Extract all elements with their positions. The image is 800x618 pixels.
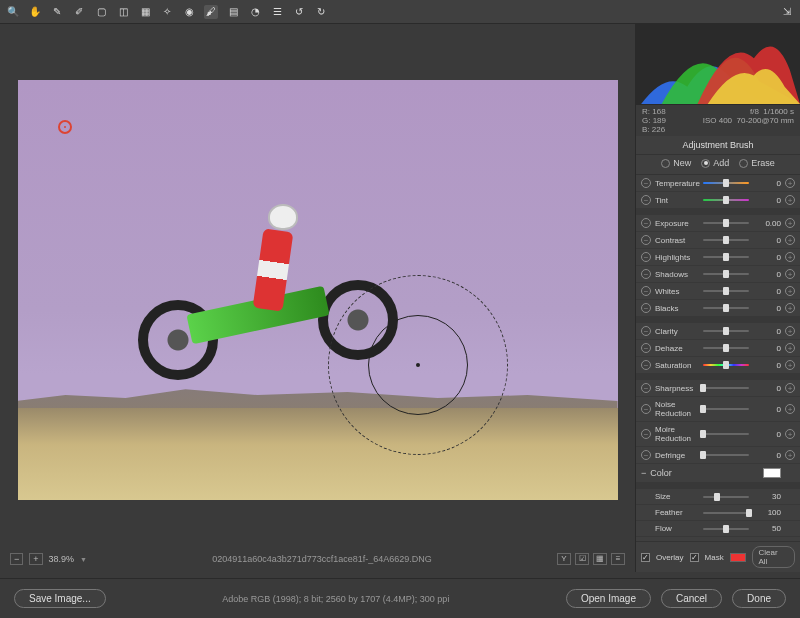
minus-icon[interactable]: − <box>641 360 651 370</box>
done-button[interactable]: Done <box>732 589 786 608</box>
menu-icon[interactable]: ≡ <box>611 553 625 565</box>
brush-icon[interactable]: 🖌 <box>204 5 218 19</box>
slider-track[interactable] <box>703 528 749 530</box>
list-icon[interactable]: ☰ <box>270 5 284 19</box>
slider-track[interactable] <box>703 496 749 498</box>
cancel-button[interactable]: Cancel <box>661 589 722 608</box>
save-image-button[interactable]: Save Image... <box>14 589 106 608</box>
plus-icon[interactable]: + <box>785 404 795 414</box>
gradient-icon[interactable]: ▤ <box>226 5 240 19</box>
slider-track[interactable] <box>703 512 749 514</box>
redeye-icon[interactable]: ◉ <box>182 5 196 19</box>
minus-icon[interactable]: − <box>641 450 651 460</box>
minus-icon[interactable]: − <box>641 404 651 414</box>
minus-icon[interactable]: − <box>641 326 651 336</box>
rotate-ccw-icon[interactable]: ↺ <box>292 5 306 19</box>
zoom-icon[interactable]: 🔍 <box>6 5 20 19</box>
slider-value[interactable]: 0 <box>753 327 781 336</box>
minus-icon[interactable]: − <box>641 178 651 188</box>
slider-value[interactable]: 0 <box>753 179 781 188</box>
photo-canvas[interactable] <box>18 80 618 500</box>
slider-value[interactable]: 0 <box>753 344 781 353</box>
minus-icon[interactable]: − <box>641 218 651 228</box>
slider-track[interactable] <box>703 273 749 275</box>
slider-knob[interactable] <box>700 405 706 413</box>
eyedropper-icon[interactable]: ✎ <box>50 5 64 19</box>
slider-value[interactable]: 0 <box>753 196 781 205</box>
slider-value[interactable]: 0 <box>753 304 781 313</box>
mask-checkbox[interactable] <box>690 553 699 562</box>
slider-value[interactable]: 0 <box>753 253 781 262</box>
slider-value[interactable]: 0 <box>753 384 781 393</box>
minus-icon[interactable]: − <box>641 195 651 205</box>
plus-icon[interactable]: + <box>785 429 795 439</box>
minus-icon[interactable]: − <box>641 286 651 296</box>
histogram[interactable] <box>636 24 800 104</box>
slider-knob[interactable] <box>700 430 706 438</box>
plus-icon[interactable]: + <box>785 343 795 353</box>
slider-track[interactable] <box>703 364 749 366</box>
slider-track[interactable] <box>703 454 749 456</box>
brush-pin[interactable] <box>58 120 72 134</box>
straighten-icon[interactable]: ◫ <box>116 5 130 19</box>
sampler-icon[interactable]: ✐ <box>72 5 86 19</box>
plus-icon[interactable]: + <box>785 326 795 336</box>
slider-value[interactable]: 0 <box>753 451 781 460</box>
slider-knob[interactable] <box>723 270 729 278</box>
overlay-checkbox[interactable] <box>641 553 650 562</box>
slider-knob[interactable] <box>723 179 729 187</box>
spot-heal-icon[interactable]: ✧ <box>160 5 174 19</box>
slider-value[interactable]: 0 <box>753 287 781 296</box>
slider-knob[interactable] <box>723 196 729 204</box>
slider-track[interactable] <box>703 387 749 389</box>
toggle-icon[interactable]: ☑ <box>575 553 589 565</box>
minus-icon[interactable]: − <box>641 468 646 478</box>
plus-icon[interactable]: + <box>785 450 795 460</box>
before-after-icon[interactable]: Y <box>557 553 571 565</box>
crop-icon[interactable]: ▢ <box>94 5 108 19</box>
slider-knob[interactable] <box>723 304 729 312</box>
plus-icon[interactable]: + <box>785 178 795 188</box>
minus-icon[interactable]: − <box>641 429 651 439</box>
slider-knob[interactable] <box>700 384 706 392</box>
clear-all-button[interactable]: Clear All <box>752 546 795 568</box>
slider-track[interactable] <box>703 222 749 224</box>
slider-knob[interactable] <box>700 451 706 459</box>
footer-meta[interactable]: Adobe RGB (1998); 8 bit; 2560 by 1707 (4… <box>116 594 556 604</box>
slider-track[interactable] <box>703 347 749 349</box>
slider-knob[interactable] <box>746 509 752 517</box>
mode-new[interactable]: New <box>661 158 691 168</box>
minus-icon[interactable]: − <box>641 303 651 313</box>
slider-knob[interactable] <box>723 361 729 369</box>
plus-icon[interactable]: + <box>785 218 795 228</box>
slider-track[interactable] <box>703 182 749 184</box>
slider-value[interactable]: 0 <box>753 361 781 370</box>
plus-icon[interactable]: + <box>785 195 795 205</box>
minus-icon[interactable]: − <box>641 252 651 262</box>
zoom-dropdown-icon[interactable]: ▼ <box>80 556 87 563</box>
minus-icon[interactable]: − <box>641 383 651 393</box>
mask-color-swatch[interactable] <box>730 553 746 562</box>
slider-track[interactable] <box>703 330 749 332</box>
slider-knob[interactable] <box>723 525 729 533</box>
zoom-in-button[interactable]: + <box>29 553 42 565</box>
slider-value[interactable]: 0 <box>753 430 781 439</box>
slider-value[interactable]: 0 <box>753 270 781 279</box>
undock-icon[interactable]: ⇲ <box>780 5 794 19</box>
minus-icon[interactable]: − <box>641 269 651 279</box>
open-image-button[interactable]: Open Image <box>566 589 651 608</box>
mode-add[interactable]: Add <box>701 158 729 168</box>
slider-knob[interactable] <box>723 253 729 261</box>
slider-value[interactable]: 0 <box>753 405 781 414</box>
rotate-cw-icon[interactable]: ↻ <box>314 5 328 19</box>
slider-track[interactable] <box>703 239 749 241</box>
slider-value[interactable]: 0.00 <box>753 219 781 228</box>
plus-icon[interactable]: + <box>785 269 795 279</box>
color-swatch[interactable] <box>763 468 781 478</box>
slider-value[interactable]: 0 <box>753 236 781 245</box>
slider-track[interactable] <box>703 408 749 410</box>
grid-icon[interactable]: ▦ <box>593 553 607 565</box>
hand-icon[interactable]: ✋ <box>28 5 42 19</box>
slider-knob[interactable] <box>723 219 729 227</box>
slider-knob[interactable] <box>723 287 729 295</box>
